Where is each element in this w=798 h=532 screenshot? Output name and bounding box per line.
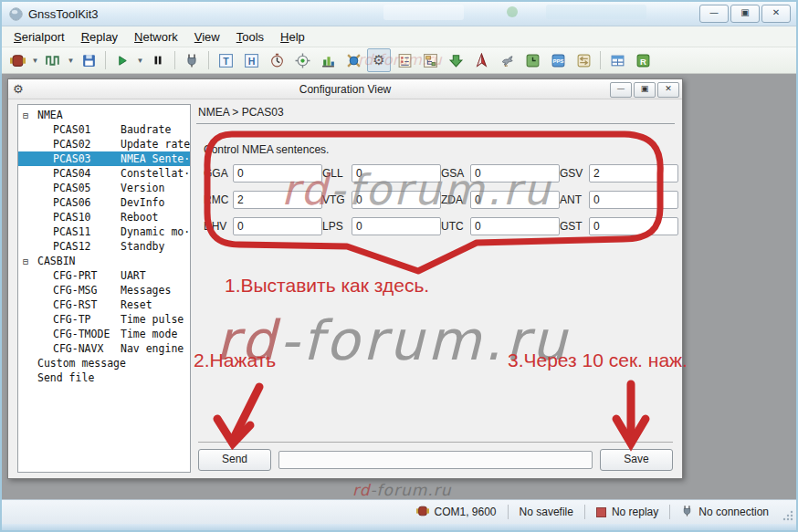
plug-icon	[681, 505, 693, 519]
r-icon: R	[635, 53, 651, 68]
config-tree: ⊟NMEA PCAS01Baudrate PCAS02Update rate P…	[17, 104, 191, 473]
maximize-button[interactable]: ▣	[730, 5, 760, 23]
toolbar-clock-button[interactable]	[265, 48, 289, 72]
tree-item-pcas02[interactable]: PCAS02Update rate	[18, 137, 190, 151]
chevron-down-icon[interactable]: ▼	[135, 49, 145, 71]
gst-input[interactable]	[589, 217, 678, 235]
menu-help[interactable]: Help	[272, 28, 313, 46]
tree-item-pcas12[interactable]: PCAS12Standby	[18, 239, 190, 254]
toolbar-tree-button[interactable]	[418, 48, 442, 72]
ant-input[interactable]	[589, 191, 678, 209]
rmc-input[interactable]	[233, 191, 322, 209]
menu-tools[interactable]: Tools	[228, 28, 272, 46]
zda-input[interactable]	[470, 191, 560, 209]
save-button[interactable]: Save	[600, 449, 673, 471]
field-gga: GGA	[204, 164, 322, 183]
collapse-icon[interactable]: ⊟	[23, 255, 33, 269]
menu-network[interactable]: Network	[126, 28, 186, 46]
collapse-icon[interactable]: ⊟	[23, 109, 33, 123]
toolbar-hex-view-button[interactable]: H	[239, 48, 263, 72]
tree-item-send-file[interactable]: Send file	[18, 370, 190, 385]
menu-serialport[interactable]: Serialport	[5, 28, 73, 46]
screenshot-stage: GnssToolKit3 — ▣ ✕ Serialport Replay Net…	[0, 0, 798, 532]
toolbar-compass-button[interactable]	[469, 48, 493, 72]
gsa-input[interactable]	[470, 164, 560, 183]
dialog-close-button[interactable]: ✕	[657, 82, 679, 98]
tree-item-pcas06[interactable]: PCAS06DevInfo	[18, 195, 190, 210]
tree-item-desc: Baudrate	[121, 123, 171, 136]
tree-item-pcas03-selected[interactable]: PCAS03NMEA Sente···	[18, 151, 190, 166]
toolbar-messages-button[interactable]	[393, 48, 416, 72]
send-button[interactable]: Send	[198, 449, 271, 471]
field-zda: ZDA	[441, 191, 560, 209]
menu-label: etwork	[143, 30, 178, 44]
field-label: GLL	[322, 167, 352, 180]
tree-item-code: CFG-MSG	[53, 283, 121, 297]
minimize-button[interactable]: —	[699, 5, 729, 23]
toolbar-config-button[interactable]: ⚙	[367, 48, 391, 72]
toolbar-wave-button[interactable]	[41, 48, 65, 72]
tree-item-cfg-navx[interactable]: CFG-NAVXNav engine	[18, 341, 190, 356]
gll-input[interactable]	[352, 164, 441, 183]
toolbar-bird-button[interactable]	[495, 48, 519, 72]
gsv-input[interactable]	[589, 164, 678, 183]
breadcrumb: NMEA > PCAS03	[196, 104, 675, 123]
svg-text:PPS: PPS	[552, 58, 563, 64]
form-row: GGA GLL GSA GSV	[204, 164, 675, 183]
toolbar-serial-button[interactable]	[5, 48, 29, 72]
tree-item-cfg-rst[interactable]: CFG-RSTReset	[18, 297, 190, 312]
toolbar-position-button[interactable]	[290, 48, 314, 72]
toolbar-connect-button[interactable]	[180, 48, 204, 72]
tree-item-custom-message[interactable]: Custom message	[18, 356, 190, 370]
tree-item-pcas10[interactable]: PCAS10Reboot	[18, 210, 190, 224]
toolbar-chart-button[interactable]	[316, 48, 340, 72]
tree-item-pcas01[interactable]: PCAS01Baudrate	[18, 122, 190, 137]
toolbar-record-button[interactable]: R	[631, 48, 655, 72]
field-label: ANT	[560, 193, 589, 206]
toolbar-swap-button[interactable]	[572, 48, 595, 72]
dialog-titlebar[interactable]: ⚙ Configuration View — ▣ ✕	[8, 79, 682, 99]
toolbar-satellite-button[interactable]	[341, 48, 365, 72]
tree-item-desc: Messages	[121, 284, 171, 297]
nmea-sentence-grid: GGA GLL GSA GSV RMC VTG ZDA ANT	[204, 164, 675, 235]
resize-grip[interactable]	[782, 510, 793, 521]
dhv-input[interactable]	[233, 217, 322, 235]
vtg-input[interactable]	[352, 191, 441, 209]
toolbar-save-button[interactable]	[77, 48, 100, 72]
tree-item-pcas04[interactable]: PCAS04Constellat···	[18, 166, 190, 181]
tree-group-nmea[interactable]: ⊟NMEA	[18, 108, 190, 122]
tree-item-pcas11[interactable]: PCAS11Dynamic mo···	[18, 224, 190, 239]
tree-item-cfg-tp[interactable]: CFG-TPTime pulse	[18, 312, 190, 327]
nav-arrow-icon	[474, 53, 489, 68]
tree-item-cfg-prt[interactable]: CFG-PRTUART	[18, 268, 190, 283]
toolbar-pps-button[interactable]: PPS	[546, 48, 570, 72]
toolbar-text-view-button[interactable]: T	[214, 48, 237, 72]
chevron-down-icon[interactable]: ▼	[66, 49, 76, 71]
menu-label: erialport	[22, 30, 65, 44]
field-rmc: RMC	[204, 191, 322, 209]
toolbar-play-button[interactable]	[110, 48, 134, 72]
menu-view[interactable]: View	[186, 28, 228, 46]
tree-item-code: PCAS03	[53, 151, 121, 166]
utc-input[interactable]	[470, 217, 560, 235]
dialog-maximize-button[interactable]: ▣	[634, 82, 656, 98]
close-button[interactable]: ✕	[761, 5, 791, 23]
toolbar-table-button[interactable]	[605, 48, 629, 72]
tree-item-cfg-msg[interactable]: CFG-MSGMessages	[18, 283, 190, 297]
progress-bar	[278, 451, 593, 469]
gga-input[interactable]	[233, 164, 322, 183]
chevron-down-icon[interactable]: ▼	[30, 49, 40, 71]
toolbar-pause-button[interactable]	[146, 48, 170, 72]
tree-group-casbin[interactable]: ⊟CASBIN	[18, 254, 190, 268]
window-bottom-edge	[2, 524, 796, 530]
toolbar-timing-button[interactable]	[520, 48, 544, 72]
tree-item-pcas05[interactable]: PCAS05Version	[18, 181, 190, 195]
tree-item-desc: Nav engine	[121, 342, 184, 355]
lps-input[interactable]	[352, 217, 441, 235]
menu-replay[interactable]: Replay	[73, 28, 126, 46]
tree-item-cfg-tmode[interactable]: CFG-TMODETime mode	[18, 327, 190, 341]
tree-item-desc: Constellat···	[121, 167, 191, 180]
field-gst: GST	[560, 217, 678, 235]
dialog-minimize-button[interactable]: —	[610, 82, 632, 98]
toolbar-download-button[interactable]	[444, 48, 467, 72]
